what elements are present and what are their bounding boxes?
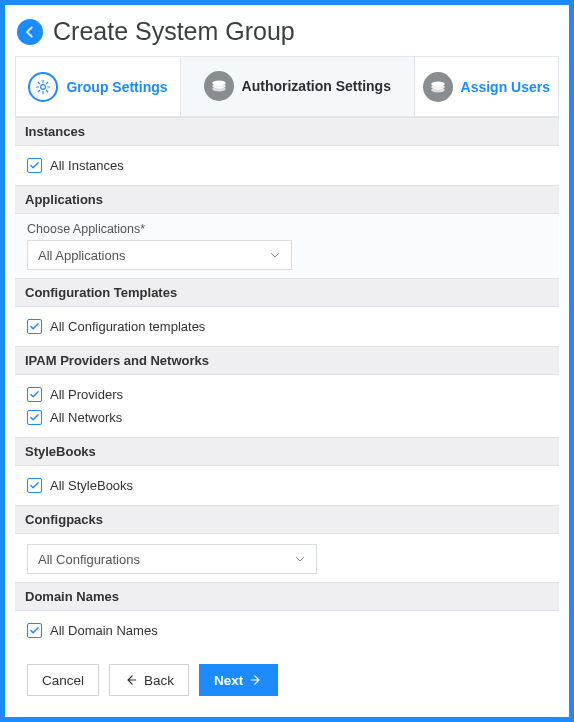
tab-authorization-settings[interactable]: Authorization Settings: [181, 57, 415, 116]
checkbox-all-instances[interactable]: [27, 158, 42, 173]
check-icon: [29, 625, 40, 636]
button-label: Next: [214, 673, 243, 688]
checkbox-label: All Networks: [50, 410, 122, 425]
select-configpacks[interactable]: All Configurations: [27, 544, 317, 574]
button-label: Cancel: [42, 673, 84, 688]
next-button[interactable]: Next: [199, 664, 278, 696]
section-head-config-templates: Configuration Templates: [15, 278, 559, 307]
page-header: Create System Group: [15, 17, 559, 56]
checkbox-all-config-templates[interactable]: [27, 319, 42, 334]
checkbox-label: All Configuration templates: [50, 319, 205, 334]
cancel-button[interactable]: Cancel: [27, 664, 99, 696]
section-head-instances: Instances: [15, 117, 559, 146]
section-head-applications: Applications: [15, 185, 559, 214]
svg-point-6: [431, 87, 445, 92]
field-label-applications: Choose Applications*: [27, 222, 547, 236]
check-icon: [29, 480, 40, 491]
tab-label: Assign Users: [461, 79, 550, 95]
arrow-left-icon: [23, 25, 37, 39]
section-head-ipam: IPAM Providers and Networks: [15, 346, 559, 375]
tab-group-settings[interactable]: Group Settings: [16, 57, 181, 116]
section-body-applications: Choose Applications* All Applications: [15, 214, 559, 278]
section-body-configpacks: All Configurations: [15, 534, 559, 582]
stack-icon: [204, 71, 234, 101]
checkbox-label: All Domain Names: [50, 623, 158, 638]
form-content: Instances All Instances Applications Cho…: [15, 117, 559, 710]
select-applications[interactable]: All Applications: [27, 240, 292, 270]
section-body-domain-names: All Domain Names: [15, 611, 559, 650]
checkbox-label: All Providers: [50, 387, 123, 402]
stack-icon: [423, 72, 453, 102]
chevron-down-icon: [294, 553, 306, 565]
check-icon: [29, 389, 40, 400]
tab-label: Authorization Settings: [242, 78, 391, 94]
checkbox-all-providers[interactable]: [27, 387, 42, 402]
section-body-config-templates: All Configuration templates: [15, 307, 559, 346]
checkbox-all-networks[interactable]: [27, 410, 42, 425]
checkbox-label: All Instances: [50, 158, 124, 173]
arrow-right-icon: [249, 673, 263, 687]
back-button-footer[interactable]: Back: [109, 664, 189, 696]
check-icon: [29, 160, 40, 171]
section-body-stylebooks: All StyleBooks: [15, 466, 559, 505]
chevron-down-icon: [269, 249, 281, 261]
checkbox-all-stylebooks[interactable]: [27, 478, 42, 493]
select-value: All Applications: [38, 248, 125, 263]
section-head-domain-names: Domain Names: [15, 582, 559, 611]
tab-label: Group Settings: [66, 79, 167, 95]
arrow-left-icon: [124, 673, 138, 687]
section-body-ipam: All Providers All Networks: [15, 375, 559, 437]
wizard-tabs: Group Settings Authorization Settings As…: [15, 56, 559, 117]
section-head-configpacks: Configpacks: [15, 505, 559, 534]
section-head-stylebooks: StyleBooks: [15, 437, 559, 466]
svg-point-3: [212, 87, 226, 92]
check-icon: [29, 321, 40, 332]
checkbox-label: All StyleBooks: [50, 478, 133, 493]
button-label: Back: [144, 673, 174, 688]
checkbox-all-domain-names[interactable]: [27, 623, 42, 638]
select-value: All Configurations: [38, 552, 140, 567]
footer-buttons: Cancel Back Next: [15, 650, 559, 710]
check-icon: [29, 412, 40, 423]
tab-assign-users[interactable]: Assign Users: [415, 57, 558, 116]
section-body-instances: All Instances: [15, 146, 559, 185]
back-button[interactable]: [17, 19, 43, 45]
svg-point-0: [41, 84, 46, 89]
gear-icon: [28, 72, 58, 102]
page-title: Create System Group: [53, 17, 295, 46]
